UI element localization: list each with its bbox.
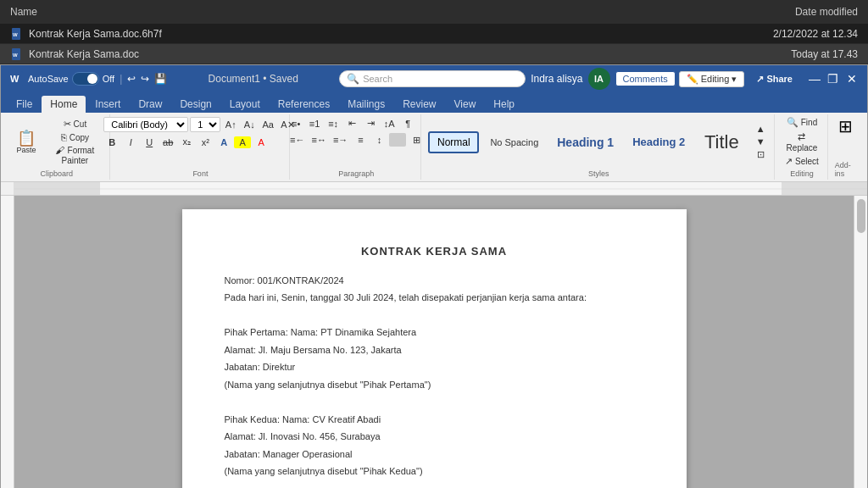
editing-button[interactable]: ✏️ Editing ▾ — [679, 71, 745, 87]
document-title: KONTRAK KERJA SAMA — [225, 243, 644, 260]
show-formatting-button[interactable]: ¶ — [399, 118, 416, 130]
bold-button[interactable]: B — [103, 136, 120, 148]
save-icon[interactable]: 💾 — [154, 73, 167, 85]
multilevel-button[interactable]: ≡↕ — [325, 118, 342, 130]
ribbon-tabs: File Home Insert Draw Design Layout Refe… — [1, 92, 867, 113]
text-effects-button[interactable]: A — [215, 136, 232, 148]
doc-line-9: Jabatan: Manager Operasional — [225, 447, 644, 462]
align-row: ≡← ≡↔ ≡→ ≡ ↕ ⊞ — [287, 133, 425, 147]
action-buttons: Comments ✏️ Editing ▾ ↗ Share — [615, 71, 801, 87]
file-date-1: 2/12/2022 at 12.34 — [773, 28, 858, 40]
clipboard-group: 📋 Paste ✂ Cut ⎘ Copy 🖌 Format Painter Cl… — [4, 114, 110, 180]
minimize-button[interactable]: — — [806, 70, 823, 87]
sort-button[interactable]: ↕A — [381, 118, 398, 130]
doc-line-5: Jabatan: Direktur — [225, 360, 644, 374]
subscript-button[interactable]: x₂ — [178, 136, 195, 148]
numbering-button[interactable]: ≡1 — [306, 118, 323, 130]
style-scroll-up[interactable]: ▲ — [752, 123, 769, 135]
borders-button[interactable]: ⊞ — [408, 134, 425, 147]
increase-indent-button[interactable]: ⇥ — [362, 117, 379, 130]
tab-layout[interactable]: Layout — [221, 96, 269, 113]
autosave-state: Off — [103, 74, 114, 84]
font-color-button[interactable]: A — [253, 136, 270, 148]
font-size-selector[interactable]: 11 — [190, 117, 220, 132]
user-area: Indra alisya IA — [531, 68, 609, 90]
style-no-spacing[interactable]: No Spacing — [482, 133, 546, 152]
window-controls: — ❐ ✕ — [806, 70, 860, 87]
shading-button[interactable] — [389, 133, 406, 147]
tab-draw[interactable]: Draw — [130, 96, 170, 113]
find-button[interactable]: 🔍 Find — [782, 116, 821, 129]
styles-group: Normal No Spacing Heading 1 Heading 2 Ti… — [423, 114, 775, 180]
close-button[interactable]: ✕ — [843, 70, 860, 87]
pencil-icon: ✏️ — [687, 74, 698, 85]
doc-line-6: (Nama yang selanjutnya disebut "Pihak Pe… — [225, 378, 644, 392]
left-ruler — [1, 196, 14, 488]
style-scroll-buttons: ▲ ▼ ⊡ — [752, 123, 769, 161]
cut-button[interactable]: ✂ Cut — [46, 118, 104, 130]
tab-design[interactable]: Design — [171, 96, 220, 113]
decrease-font-button[interactable]: A↓ — [241, 119, 258, 130]
decrease-indent-button[interactable]: ⇤ — [343, 117, 360, 130]
italic-button[interactable]: I — [122, 136, 139, 148]
align-right-button[interactable]: ≡→ — [331, 134, 350, 146]
tab-insert[interactable]: Insert — [86, 96, 129, 113]
scrollbar-thumb[interactable] — [857, 199, 865, 233]
restore-button[interactable]: ❐ — [825, 70, 842, 87]
change-case-button[interactable]: Aa — [259, 119, 276, 130]
tab-mailings[interactable]: Mailings — [339, 96, 393, 113]
increase-font-button[interactable]: A↑ — [222, 119, 239, 130]
style-title[interactable]: Title — [696, 127, 747, 158]
user-avatar: IA — [588, 68, 610, 90]
undo-icon[interactable]: ↩ — [127, 73, 136, 85]
list-row: ≡• ≡1 ≡↕ ⇤ ⇥ ↕A ¶ — [287, 117, 425, 130]
font-family-selector[interactable]: Calibri (Body) — [103, 117, 188, 132]
style-heading2[interactable]: Heading 2 — [625, 131, 693, 152]
line-spacing-button[interactable]: ↕ — [370, 134, 387, 146]
select-button[interactable]: ↗ Select — [782, 155, 821, 168]
clipboard-content: 📋 Paste ✂ Cut ⎘ Copy 🖌 Format Painter — [9, 116, 104, 168]
file-row-2[interactable]: W Kontrak Kerja Sama.doc Today at 17.43 — [0, 44, 868, 64]
format-painter-button[interactable]: 🖌 Format Painter — [46, 144, 104, 166]
editing-group: 🔍 Find ⇄ Replace ↗ Select Editing — [776, 114, 827, 180]
align-left-button[interactable]: ≡← — [287, 134, 307, 146]
document-scroll[interactable]: KONTRAK KERJA SAMA Nomor: 001/KONTRAK/20… — [14, 196, 854, 488]
redo-icon[interactable]: ↪ — [141, 73, 149, 85]
comments-button[interactable]: Comments — [615, 71, 676, 86]
strikethrough-button[interactable]: ab — [159, 136, 176, 148]
tab-references[interactable]: References — [270, 96, 338, 113]
title-bar: W AutoSave Off | ↩ ↪ 💾 Document1 • Saved… — [1, 65, 867, 92]
document-page[interactable]: KONTRAK KERJA SAMA Nomor: 001/KONTRAK/20… — [182, 209, 687, 488]
paragraph-label: Paragraph — [338, 168, 374, 178]
tab-review[interactable]: Review — [394, 96, 444, 113]
doc-line-3: Pihak Pertama: Nama: PT Dinamika Sejahte… — [225, 325, 644, 340]
paste-button[interactable]: 📋 Paste — [9, 121, 43, 164]
ruler-left-corner — [1, 182, 14, 195]
style-more[interactable]: ⊡ — [752, 148, 769, 161]
replace-button[interactable]: ⇄ Replace — [782, 130, 821, 153]
right-scrollbar[interactable] — [854, 196, 867, 488]
tab-view[interactable]: View — [446, 96, 485, 113]
tab-home[interactable]: Home — [42, 96, 86, 113]
file-date-2: Today at 17.43 — [791, 48, 858, 60]
title-bar-center: Document1 • Saved — [209, 73, 298, 85]
underline-button[interactable]: U — [141, 136, 158, 148]
style-heading1[interactable]: Heading 1 — [549, 131, 621, 153]
text-highlight-button[interactable]: A — [234, 136, 251, 148]
search-bar[interactable]: 🔍 Search — [339, 70, 526, 87]
search-icon: 🔍 — [347, 73, 359, 85]
superscript-button[interactable]: x² — [197, 136, 214, 148]
autosave-toggle[interactable] — [72, 72, 99, 86]
align-center-button[interactable]: ≡↔ — [309, 134, 329, 146]
style-normal[interactable]: Normal — [428, 131, 479, 153]
addins-icon[interactable]: ⊞ — [838, 116, 853, 136]
styles-gallery: Normal No Spacing Heading 1 Heading 2 Ti… — [428, 116, 769, 168]
bullets-button[interactable]: ≡• — [287, 118, 304, 130]
copy-button[interactable]: ⎘ Copy — [46, 131, 104, 143]
tab-help[interactable]: Help — [485, 96, 523, 113]
share-button[interactable]: ↗ Share — [748, 72, 801, 86]
tab-file[interactable]: File — [8, 96, 41, 113]
file-row-1[interactable]: W Kontrak Kerja Sama.doc.6h7f 2/12/2022 … — [0, 24, 868, 44]
justify-button[interactable]: ≡ — [352, 134, 369, 146]
style-scroll-down[interactable]: ▼ — [752, 136, 769, 147]
